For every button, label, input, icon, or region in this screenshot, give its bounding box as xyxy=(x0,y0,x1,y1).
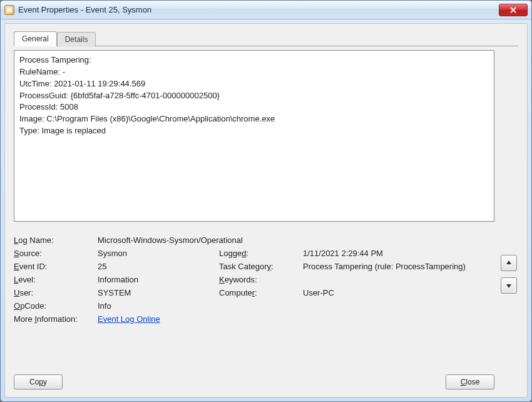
opcode-value: Info xyxy=(98,301,494,311)
level-label: Level: xyxy=(14,275,95,284)
opcode-label: OpCode: xyxy=(14,301,95,311)
keywords-value xyxy=(303,275,494,284)
user-label: User: xyxy=(14,288,95,297)
app-icon xyxy=(4,5,14,15)
event-description[interactable]: Process Tampering: RuleName: - UtcTime: … xyxy=(14,50,494,222)
close-icon xyxy=(510,7,516,13)
tab-general[interactable]: General xyxy=(14,31,57,46)
main-column: Process Tampering: RuleName: - UtcTime: … xyxy=(14,46,494,389)
log-name-value: Microsoft-Windows-Sysmon/Operational xyxy=(98,235,494,245)
arrow-up-icon xyxy=(505,259,513,267)
more-info-label: More Information: xyxy=(14,314,95,324)
copy-button-label: Copy xyxy=(29,378,47,386)
client-area: General Details Process Tampering: RuleN… xyxy=(4,23,528,398)
source-value: Sysmon xyxy=(98,249,217,258)
keywords-label: Keywords: xyxy=(219,275,300,284)
window-frame: Event Properties - Event 25, Sysmon Gene… xyxy=(0,0,532,402)
next-event-button[interactable] xyxy=(501,277,517,294)
event-log-online-link[interactable]: Event Log Online xyxy=(98,314,160,324)
logged-label: Logged: xyxy=(219,249,300,258)
titlebar[interactable]: Event Properties - Event 25, Sysmon xyxy=(1,1,531,19)
bottom-bar: Copy Close xyxy=(14,363,494,389)
nav-column xyxy=(501,46,518,389)
window-close-button[interactable] xyxy=(499,4,528,16)
event-id-label: Event ID: xyxy=(14,262,95,271)
close-button-label: Close xyxy=(461,378,480,386)
tab-details[interactable]: Details xyxy=(57,32,96,47)
fields-grid: Log Name: Microsoft-Windows-Sysmon/Opera… xyxy=(14,235,494,324)
task-category-label: Task Category: xyxy=(219,262,300,271)
close-button[interactable]: Close xyxy=(446,374,494,389)
task-category-value: Process Tampering (rule: ProcessTamperin… xyxy=(303,262,494,271)
event-id-value: 25 xyxy=(98,262,217,271)
window-title: Event Properties - Event 25, Sysmon xyxy=(18,5,499,14)
source-label: Source: xyxy=(14,249,95,258)
copy-button[interactable]: Copy xyxy=(14,374,63,389)
level-value: Information xyxy=(98,275,217,284)
user-value: SYSTEM xyxy=(98,288,217,297)
log-name-label: Log Name: xyxy=(14,235,95,245)
arrow-down-icon xyxy=(505,282,513,289)
computer-value: User-PC xyxy=(303,288,494,297)
computer-label: Computer: xyxy=(219,288,300,297)
logged-value: 1/11/2021 2:29:44 PM xyxy=(303,249,494,258)
tab-strip: General Details xyxy=(14,31,518,46)
prev-event-button[interactable] xyxy=(501,255,517,271)
content-row: Process Tampering: RuleName: - UtcTime: … xyxy=(14,46,518,389)
